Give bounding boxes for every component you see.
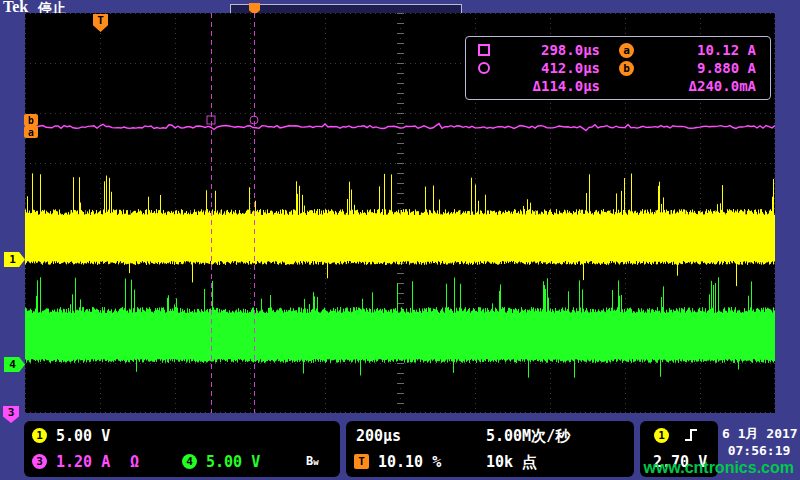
cursor-a-marker: a [24,126,38,138]
channel-4-scale: 5.00 V [206,453,260,471]
channel-readout-box: 1 5.00 V 3 1.20 A Ω 4 5.00 V Bw [24,421,340,477]
datetime-display: 6 1月 201707:56:19 [722,425,796,459]
time: 07:56:19 [728,443,791,458]
date: 6 1月 2017 [722,426,798,441]
cursor-1-time: 298.0µs [496,42,600,59]
channel-3-badge: 3 [32,454,47,469]
bandwidth-limit-icon: Bw [306,454,319,468]
channel-3-ground-marker: 3 [3,406,19,423]
sample-rate: 5.00M次/秒 [486,427,570,446]
channel-1-ground-marker: 1 [4,252,25,267]
cursor-1-square-icon [478,44,490,56]
watermark: www.cntronics.com [643,459,794,477]
record-length: 10k 点 [486,453,537,472]
rising-edge-slope-icon [682,426,700,444]
cursor-2-circle-icon [478,62,490,74]
trigger-position-badge: T [354,454,369,469]
cursor-b-badge: b [619,61,634,76]
channel-3-scale: 1.20 A [56,453,110,471]
cursor-b-value: 9.880 A [634,60,756,77]
timebase-scale: 200µs [356,427,401,445]
channel-1-badge: 1 [32,428,47,443]
channel-3-impedance: Ω [130,453,139,471]
trigger-position-percent: 10.10 % [378,453,441,471]
cursor-2-time: 412.0µs [496,60,600,77]
timebase-readout-box: 200µs 5.00M次/秒 T 10.10 % 10k 点 [346,421,634,477]
cursor-delta-value: Δ240.0mA [634,78,756,95]
channel-1-scale: 5.00 V [56,427,110,445]
channel-4-badge: 4 [182,454,197,469]
cursor-readout-panel: 298.0µs a 10.12 A 412.0µs b 9.880 A Δ114… [465,36,771,100]
trigger-source-badge: 1 [654,428,669,443]
cursor-a-value: 10.12 A [634,42,756,59]
cursor-delta-time: Δ114.0µs [496,78,600,95]
cursor-b-marker: b [24,114,38,126]
channel-4-ground-marker: 4 [4,357,25,372]
oscilloscope-screen: Tek 停止 T b a 1 4 3 298.0µs a 10.12 A 412… [0,0,800,480]
cursor-a-badge: a [619,43,634,58]
